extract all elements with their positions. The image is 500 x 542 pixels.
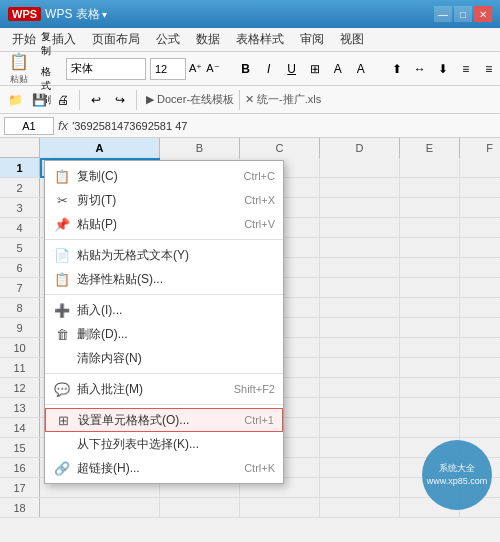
cell-F13[interactable] xyxy=(460,398,500,418)
cell-D14[interactable] xyxy=(320,418,400,438)
cell-F11[interactable] xyxy=(460,358,500,378)
cell-D1[interactable] xyxy=(320,158,400,178)
cell-E2[interactable] xyxy=(400,178,460,198)
align-middle-button[interactable]: ↔ xyxy=(409,58,431,80)
cell-E4[interactable] xyxy=(400,218,460,238)
cell-F7[interactable] xyxy=(460,278,500,298)
maximize-button[interactable]: □ xyxy=(454,6,472,22)
align-top-button[interactable]: ⬆ xyxy=(386,58,408,80)
cell-B18[interactable] xyxy=(160,498,240,518)
cell-F3[interactable] xyxy=(460,198,500,218)
col-header-A[interactable]: A xyxy=(40,138,160,158)
cell-D4[interactable] xyxy=(320,218,400,238)
cell-F14[interactable] xyxy=(460,418,500,438)
copy-button[interactable]: 复制 xyxy=(36,27,56,61)
cell-D5[interactable] xyxy=(320,238,400,258)
docer-template-link[interactable]: ▶ Docer-在线模板 xyxy=(146,92,234,107)
ctx-dropdown-select[interactable]: 从下拉列表中选择(K)... xyxy=(45,432,283,456)
cell-E1[interactable] xyxy=(400,158,460,178)
menu-view[interactable]: 视图 xyxy=(332,29,372,50)
italic-button[interactable]: I xyxy=(258,58,280,80)
cell-F6[interactable] xyxy=(460,258,500,278)
cell-E9[interactable] xyxy=(400,318,460,338)
col-header-C[interactable]: C xyxy=(240,138,320,158)
paste-button[interactable]: 📋 xyxy=(4,51,34,72)
ctx-insert-comment[interactable]: 💬 插入批注(M) Shift+F2 xyxy=(45,377,283,401)
cell-E14[interactable] xyxy=(400,418,460,438)
underline-button[interactable]: U xyxy=(281,58,303,80)
cell-E3[interactable] xyxy=(400,198,460,218)
col-header-D[interactable]: D xyxy=(320,138,400,158)
cell-D16[interactable] xyxy=(320,458,400,478)
ctx-paste[interactable]: 📌 粘贴(P) Ctrl+V xyxy=(45,212,283,236)
cell-E11[interactable] xyxy=(400,358,460,378)
font-color-button[interactable]: A xyxy=(350,58,372,80)
title-dropdown[interactable]: ▾ xyxy=(102,9,107,20)
cell-F1[interactable] xyxy=(460,158,500,178)
menu-page-layout[interactable]: 页面布局 xyxy=(84,29,148,50)
col-header-E[interactable]: E xyxy=(400,138,460,158)
cell-D18[interactable] xyxy=(320,498,400,518)
cell-F10[interactable] xyxy=(460,338,500,358)
cell-F4[interactable] xyxy=(460,218,500,238)
cell-E13[interactable] xyxy=(400,398,460,418)
cell-E7[interactable] xyxy=(400,278,460,298)
cell-D3[interactable] xyxy=(320,198,400,218)
cell-D13[interactable] xyxy=(320,398,400,418)
cell-F9[interactable] xyxy=(460,318,500,338)
cell-D8[interactable] xyxy=(320,298,400,318)
ctx-format-cell[interactable]: ⊞ 设置单元格格式(O)... Ctrl+1 xyxy=(45,408,283,432)
ctx-copy[interactable]: 📋 复制(C) Ctrl+C xyxy=(45,164,283,188)
ctx-clear[interactable]: 清除内容(N) xyxy=(45,346,283,370)
ctx-insert[interactable]: ➕ 插入(I)... xyxy=(45,298,283,322)
fill-color-button[interactable]: A xyxy=(327,58,349,80)
col-header-B[interactable]: B xyxy=(160,138,240,158)
ctx-paste-special[interactable]: 📋 选择性粘贴(S)... xyxy=(45,267,283,291)
cell-D2[interactable] xyxy=(320,178,400,198)
cell-F12[interactable] xyxy=(460,378,500,398)
align-center-button[interactable]: ≡ xyxy=(478,58,500,80)
cell-D10[interactable] xyxy=(320,338,400,358)
menu-table-style[interactable]: 表格样式 xyxy=(228,29,292,50)
ctx-cut[interactable]: ✂ 剪切(T) Ctrl+X xyxy=(45,188,283,212)
font-size-input[interactable] xyxy=(150,58,186,80)
cell-E5[interactable] xyxy=(400,238,460,258)
cell-E6[interactable] xyxy=(400,258,460,278)
cell-reference-input[interactable] xyxy=(4,117,54,135)
close-button[interactable]: ✕ xyxy=(474,6,492,22)
cell-E8[interactable] xyxy=(400,298,460,318)
cell-D7[interactable] xyxy=(320,278,400,298)
redo-button[interactable]: ↪ xyxy=(109,89,131,111)
cell-E10[interactable] xyxy=(400,338,460,358)
font-size-down-button[interactable]: A⁻ xyxy=(205,58,220,80)
cell-D17[interactable] xyxy=(320,478,400,498)
align-left-button[interactable]: ≡ xyxy=(455,58,477,80)
cell-C18[interactable] xyxy=(240,498,320,518)
undo-button[interactable]: ↩ xyxy=(85,89,107,111)
cell-A18[interactable] xyxy=(40,498,160,518)
bold-button[interactable]: B xyxy=(235,58,257,80)
formula-input[interactable] xyxy=(72,117,496,135)
menu-formula[interactable]: 公式 xyxy=(148,29,188,50)
ctx-paste-plain[interactable]: 📄 粘贴为无格式文本(Y) xyxy=(45,243,283,267)
cell-D12[interactable] xyxy=(320,378,400,398)
menu-data[interactable]: 数据 xyxy=(188,29,228,50)
cell-E12[interactable] xyxy=(400,378,460,398)
border-button[interactable]: ⊞ xyxy=(304,58,326,80)
cell-F5[interactable] xyxy=(460,238,500,258)
cell-D6[interactable] xyxy=(320,258,400,278)
menu-review[interactable]: 审阅 xyxy=(292,29,332,50)
save-button[interactable]: 💾 xyxy=(28,89,50,111)
cell-D9[interactable] xyxy=(320,318,400,338)
font-size-up-button[interactable]: A⁺ xyxy=(188,58,203,80)
cell-D15[interactable] xyxy=(320,438,400,458)
font-name-input[interactable] xyxy=(66,58,146,80)
new-file-button[interactable]: 📁 xyxy=(4,89,26,111)
align-bottom-button[interactable]: ⬇ xyxy=(432,58,454,80)
print-button[interactable]: 🖨 xyxy=(52,89,74,111)
cell-D11[interactable] xyxy=(320,358,400,378)
cell-F2[interactable] xyxy=(460,178,500,198)
col-header-F[interactable]: F xyxy=(460,138,500,158)
ctx-delete[interactable]: 🗑 删除(D)... xyxy=(45,322,283,346)
ctx-hyperlink[interactable]: 🔗 超链接(H)... Ctrl+K xyxy=(45,456,283,480)
